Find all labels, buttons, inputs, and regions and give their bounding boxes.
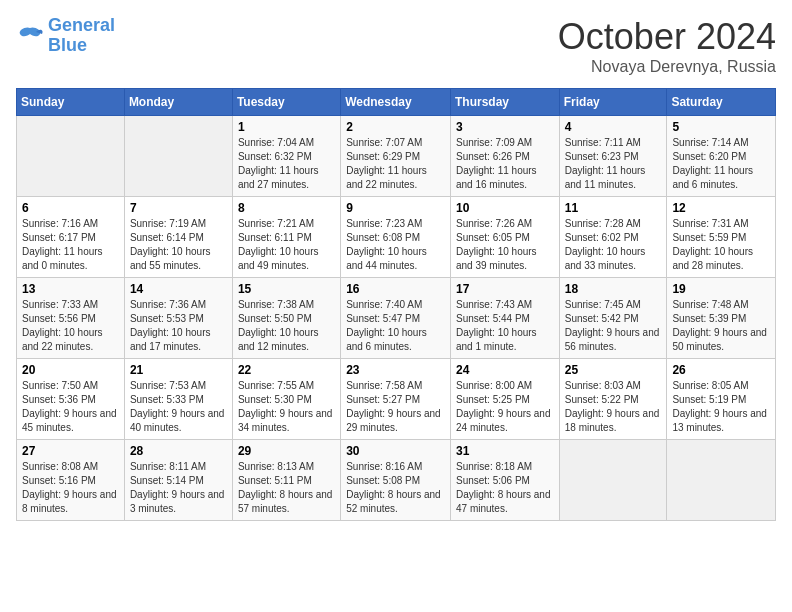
calendar-cell: 15Sunrise: 7:38 AM Sunset: 5:50 PM Dayli…: [232, 278, 340, 359]
day-of-week-header: Monday: [124, 89, 232, 116]
day-number: 31: [456, 444, 554, 458]
calendar-cell: 8Sunrise: 7:21 AM Sunset: 6:11 PM Daylig…: [232, 197, 340, 278]
calendar-cell: 24Sunrise: 8:00 AM Sunset: 5:25 PM Dayli…: [450, 359, 559, 440]
calendar-cell: 31Sunrise: 8:18 AM Sunset: 5:06 PM Dayli…: [450, 440, 559, 521]
calendar-week-row: 1Sunrise: 7:04 AM Sunset: 6:32 PM Daylig…: [17, 116, 776, 197]
day-info: Sunrise: 7:16 AM Sunset: 6:17 PM Dayligh…: [22, 217, 119, 273]
calendar-cell: 10Sunrise: 7:26 AM Sunset: 6:05 PM Dayli…: [450, 197, 559, 278]
day-info: Sunrise: 7:28 AM Sunset: 6:02 PM Dayligh…: [565, 217, 662, 273]
day-info: Sunrise: 7:31 AM Sunset: 5:59 PM Dayligh…: [672, 217, 770, 273]
day-number: 3: [456, 120, 554, 134]
day-info: Sunrise: 8:08 AM Sunset: 5:16 PM Dayligh…: [22, 460, 119, 516]
day-info: Sunrise: 7:09 AM Sunset: 6:26 PM Dayligh…: [456, 136, 554, 192]
day-number: 26: [672, 363, 770, 377]
month-title: October 2024: [558, 16, 776, 58]
day-of-week-header: Sunday: [17, 89, 125, 116]
day-number: 24: [456, 363, 554, 377]
day-number: 9: [346, 201, 445, 215]
calendar-cell: 6Sunrise: 7:16 AM Sunset: 6:17 PM Daylig…: [17, 197, 125, 278]
logo: General Blue: [16, 16, 115, 56]
day-number: 5: [672, 120, 770, 134]
day-number: 29: [238, 444, 335, 458]
day-number: 1: [238, 120, 335, 134]
day-number: 15: [238, 282, 335, 296]
day-number: 22: [238, 363, 335, 377]
calendar-cell: 7Sunrise: 7:19 AM Sunset: 6:14 PM Daylig…: [124, 197, 232, 278]
day-info: Sunrise: 7:07 AM Sunset: 6:29 PM Dayligh…: [346, 136, 445, 192]
day-info: Sunrise: 7:48 AM Sunset: 5:39 PM Dayligh…: [672, 298, 770, 354]
calendar-cell: 29Sunrise: 8:13 AM Sunset: 5:11 PM Dayli…: [232, 440, 340, 521]
calendar-cell: [667, 440, 776, 521]
calendar-cell: 12Sunrise: 7:31 AM Sunset: 5:59 PM Dayli…: [667, 197, 776, 278]
day-info: Sunrise: 7:36 AM Sunset: 5:53 PM Dayligh…: [130, 298, 227, 354]
calendar-cell: 1Sunrise: 7:04 AM Sunset: 6:32 PM Daylig…: [232, 116, 340, 197]
day-info: Sunrise: 7:40 AM Sunset: 5:47 PM Dayligh…: [346, 298, 445, 354]
calendar-cell: 23Sunrise: 7:58 AM Sunset: 5:27 PM Dayli…: [341, 359, 451, 440]
calendar-week-row: 13Sunrise: 7:33 AM Sunset: 5:56 PM Dayli…: [17, 278, 776, 359]
day-info: Sunrise: 7:26 AM Sunset: 6:05 PM Dayligh…: [456, 217, 554, 273]
day-number: 7: [130, 201, 227, 215]
logo-icon: [16, 24, 44, 48]
day-number: 6: [22, 201, 119, 215]
calendar-cell: 28Sunrise: 8:11 AM Sunset: 5:14 PM Dayli…: [124, 440, 232, 521]
day-info: Sunrise: 8:13 AM Sunset: 5:11 PM Dayligh…: [238, 460, 335, 516]
calendar-cell: 26Sunrise: 8:05 AM Sunset: 5:19 PM Dayli…: [667, 359, 776, 440]
title-block: October 2024 Novaya Derevnya, Russia: [558, 16, 776, 76]
calendar-cell: 17Sunrise: 7:43 AM Sunset: 5:44 PM Dayli…: [450, 278, 559, 359]
logo-text: General Blue: [48, 16, 115, 56]
day-number: 20: [22, 363, 119, 377]
day-number: 8: [238, 201, 335, 215]
day-info: Sunrise: 7:38 AM Sunset: 5:50 PM Dayligh…: [238, 298, 335, 354]
day-info: Sunrise: 8:18 AM Sunset: 5:06 PM Dayligh…: [456, 460, 554, 516]
day-of-week-header: Thursday: [450, 89, 559, 116]
calendar-week-row: 6Sunrise: 7:16 AM Sunset: 6:17 PM Daylig…: [17, 197, 776, 278]
calendar-header-row: SundayMondayTuesdayWednesdayThursdayFrid…: [17, 89, 776, 116]
calendar-cell: [559, 440, 667, 521]
day-info: Sunrise: 8:00 AM Sunset: 5:25 PM Dayligh…: [456, 379, 554, 435]
day-number: 17: [456, 282, 554, 296]
day-info: Sunrise: 8:03 AM Sunset: 5:22 PM Dayligh…: [565, 379, 662, 435]
calendar-cell: 19Sunrise: 7:48 AM Sunset: 5:39 PM Dayli…: [667, 278, 776, 359]
day-number: 10: [456, 201, 554, 215]
day-number: 13: [22, 282, 119, 296]
day-info: Sunrise: 7:04 AM Sunset: 6:32 PM Dayligh…: [238, 136, 335, 192]
calendar-cell: [124, 116, 232, 197]
calendar-cell: 3Sunrise: 7:09 AM Sunset: 6:26 PM Daylig…: [450, 116, 559, 197]
day-info: Sunrise: 7:33 AM Sunset: 5:56 PM Dayligh…: [22, 298, 119, 354]
day-number: 25: [565, 363, 662, 377]
day-number: 14: [130, 282, 227, 296]
page-header: General Blue October 2024 Novaya Derevny…: [16, 16, 776, 76]
day-number: 23: [346, 363, 445, 377]
calendar-cell: 30Sunrise: 8:16 AM Sunset: 5:08 PM Dayli…: [341, 440, 451, 521]
calendar-cell: 21Sunrise: 7:53 AM Sunset: 5:33 PM Dayli…: [124, 359, 232, 440]
calendar-cell: 2Sunrise: 7:07 AM Sunset: 6:29 PM Daylig…: [341, 116, 451, 197]
calendar-cell: 16Sunrise: 7:40 AM Sunset: 5:47 PM Dayli…: [341, 278, 451, 359]
day-number: 16: [346, 282, 445, 296]
day-info: Sunrise: 7:50 AM Sunset: 5:36 PM Dayligh…: [22, 379, 119, 435]
calendar-cell: 18Sunrise: 7:45 AM Sunset: 5:42 PM Dayli…: [559, 278, 667, 359]
calendar-cell: 22Sunrise: 7:55 AM Sunset: 5:30 PM Dayli…: [232, 359, 340, 440]
calendar-table: SundayMondayTuesdayWednesdayThursdayFrid…: [16, 88, 776, 521]
calendar-week-row: 20Sunrise: 7:50 AM Sunset: 5:36 PM Dayli…: [17, 359, 776, 440]
calendar-cell: 4Sunrise: 7:11 AM Sunset: 6:23 PM Daylig…: [559, 116, 667, 197]
calendar-cell: [17, 116, 125, 197]
calendar-cell: 13Sunrise: 7:33 AM Sunset: 5:56 PM Dayli…: [17, 278, 125, 359]
calendar-cell: 20Sunrise: 7:50 AM Sunset: 5:36 PM Dayli…: [17, 359, 125, 440]
day-info: Sunrise: 7:14 AM Sunset: 6:20 PM Dayligh…: [672, 136, 770, 192]
calendar-cell: 11Sunrise: 7:28 AM Sunset: 6:02 PM Dayli…: [559, 197, 667, 278]
calendar-cell: 27Sunrise: 8:08 AM Sunset: 5:16 PM Dayli…: [17, 440, 125, 521]
day-of-week-header: Wednesday: [341, 89, 451, 116]
location: Novaya Derevnya, Russia: [558, 58, 776, 76]
day-info: Sunrise: 7:23 AM Sunset: 6:08 PM Dayligh…: [346, 217, 445, 273]
day-info: Sunrise: 7:21 AM Sunset: 6:11 PM Dayligh…: [238, 217, 335, 273]
day-of-week-header: Tuesday: [232, 89, 340, 116]
day-info: Sunrise: 7:11 AM Sunset: 6:23 PM Dayligh…: [565, 136, 662, 192]
day-info: Sunrise: 7:43 AM Sunset: 5:44 PM Dayligh…: [456, 298, 554, 354]
calendar-cell: 9Sunrise: 7:23 AM Sunset: 6:08 PM Daylig…: [341, 197, 451, 278]
day-number: 21: [130, 363, 227, 377]
day-info: Sunrise: 7:45 AM Sunset: 5:42 PM Dayligh…: [565, 298, 662, 354]
day-info: Sunrise: 8:11 AM Sunset: 5:14 PM Dayligh…: [130, 460, 227, 516]
calendar-cell: 14Sunrise: 7:36 AM Sunset: 5:53 PM Dayli…: [124, 278, 232, 359]
day-info: Sunrise: 7:53 AM Sunset: 5:33 PM Dayligh…: [130, 379, 227, 435]
day-number: 11: [565, 201, 662, 215]
